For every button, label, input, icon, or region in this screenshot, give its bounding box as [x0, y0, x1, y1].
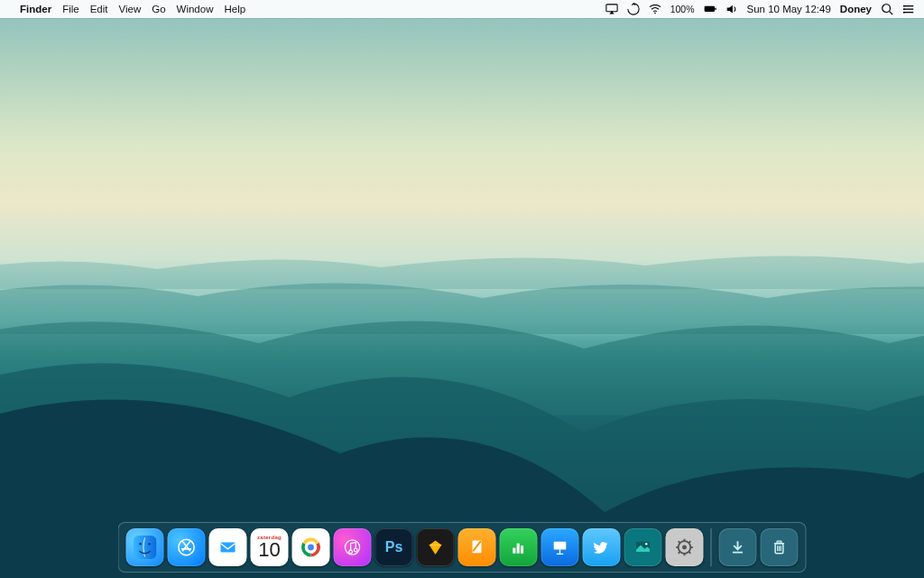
svg-rect-25 — [513, 548, 515, 554]
battery-icon[interactable] — [704, 3, 716, 15]
dock-app-twitter[interactable] — [583, 528, 621, 566]
svg-rect-26 — [517, 544, 520, 554]
svg-point-34 — [682, 545, 687, 550]
dock-app-chrome[interactable] — [292, 528, 330, 566]
svg-point-9 — [903, 5, 905, 7]
spotlight-search-icon[interactable] — [881, 3, 893, 15]
svg-point-10 — [903, 8, 905, 10]
dock-app-appstore[interactable] — [168, 528, 206, 566]
svg-point-11 — [903, 12, 905, 14]
svg-rect-16 — [220, 542, 235, 552]
dock-app-photoshop[interactable]: Ps — [375, 528, 413, 566]
menu-edit[interactable]: Edit — [90, 4, 108, 14]
svg-point-1 — [654, 13, 656, 14]
dock-app-system-preferences[interactable] — [666, 528, 704, 566]
menu-file[interactable]: File — [62, 4, 79, 14]
svg-point-13 — [139, 543, 141, 545]
menu-go[interactable]: Go — [152, 4, 165, 14]
svg-point-14 — [148, 543, 150, 545]
menubar: Finder File Edit View Go Window Help 100… — [0, 0, 924, 18]
dock-separator — [711, 528, 712, 566]
menubar-user[interactable]: Doney — [840, 4, 872, 14]
dock-stack-downloads[interactable] — [719, 528, 757, 566]
svg-rect-3 — [715, 8, 716, 11]
wifi-icon[interactable] — [649, 3, 661, 15]
svg-rect-0 — [606, 5, 617, 12]
dock-app-sketch[interactable] — [417, 528, 455, 566]
airplay-icon[interactable] — [605, 3, 618, 15]
svg-line-39 — [679, 541, 680, 543]
battery-percent[interactable]: 100% — [670, 4, 695, 14]
calendar-day: 10 — [258, 540, 280, 560]
dock-trash[interactable] — [761, 528, 799, 566]
menu-window[interactable]: Window — [177, 4, 214, 14]
notification-center-icon[interactable] — [902, 3, 915, 15]
desktop-wallpaper[interactable] — [0, 0, 924, 578]
dock-app-calendar[interactable]: zaterdag 10 — [251, 528, 289, 566]
volume-icon[interactable] — [725, 3, 738, 15]
svg-line-41 — [688, 541, 690, 543]
svg-point-32 — [645, 543, 647, 545]
svg-line-40 — [688, 552, 690, 554]
menubar-app-name[interactable]: Finder — [20, 4, 51, 14]
dock-app-finder[interactable] — [126, 528, 164, 566]
menubar-datetime[interactable]: Sun 10 May 12:49 — [747, 4, 831, 14]
dock-app-numbers[interactable] — [500, 528, 538, 566]
svg-rect-28 — [554, 542, 567, 550]
menu-help[interactable]: Help — [224, 4, 245, 14]
svg-rect-49 — [777, 541, 781, 543]
svg-line-42 — [679, 552, 680, 554]
dock-app-pages[interactable] — [458, 528, 496, 566]
dock: zaterdag 10 Ps — [118, 522, 807, 573]
svg-rect-27 — [521, 545, 523, 554]
dock-app-keynote[interactable] — [541, 528, 579, 566]
dock-app-photos[interactable] — [624, 528, 662, 566]
svg-line-5 — [890, 12, 893, 15]
dock-app-mail[interactable] — [209, 528, 247, 566]
menu-view[interactable]: View — [119, 4, 142, 14]
svg-point-4 — [882, 5, 891, 13]
svg-rect-2 — [704, 6, 714, 12]
sync-icon[interactable] — [627, 3, 640, 15]
dock-app-itunes[interactable] — [334, 528, 372, 566]
